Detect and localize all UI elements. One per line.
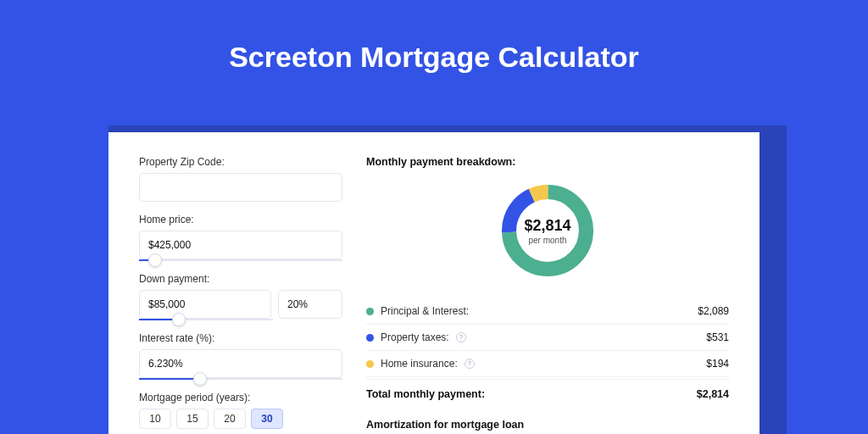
- legend-row-insurance: Home insurance: ? $194: [366, 351, 729, 377]
- legend-total-row: Total monthly payment: $2,814: [366, 379, 729, 403]
- zip-input[interactable]: [139, 173, 342, 202]
- bullet-icon: [366, 334, 374, 342]
- donut-center: $2,814 per month: [497, 180, 598, 281]
- down-payment-percent-input[interactable]: [278, 290, 342, 319]
- home-price-field: Home price:: [139, 214, 342, 261]
- slider-thumb[interactable]: [172, 313, 186, 326]
- zip-label: Property Zip Code:: [139, 156, 342, 168]
- period-option-20[interactable]: 20: [214, 409, 246, 429]
- total-value: $2,814: [697, 388, 729, 400]
- page-title: Screeton Mortgage Calculator: [0, 0, 868, 97]
- slider-thumb[interactable]: [148, 253, 162, 267]
- interest-rate-slider[interactable]: [139, 378, 342, 380]
- home-price-slider[interactable]: [139, 259, 342, 261]
- donut-chart: $2,814 per month: [497, 180, 598, 281]
- home-price-label: Home price:: [139, 214, 342, 225]
- mortgage-period-label: Mortgage period (years):: [139, 392, 342, 403]
- interest-rate-label: Interest rate (%):: [139, 332, 342, 344]
- legend-label: Home insurance:: [381, 358, 458, 370]
- amortization-title: Amortization for mortgage loan: [366, 419, 729, 431]
- interest-rate-input[interactable]: [139, 349, 342, 378]
- calculator-card: Property Zip Code: Home price: Down paym…: [108, 132, 760, 434]
- bullet-icon: [366, 360, 374, 368]
- down-payment-slider[interactable]: [139, 319, 273, 320]
- slider-fill: [139, 378, 200, 380]
- legend: Principal & Interest: $2,089 Property ta…: [366, 298, 729, 403]
- legend-label: Principal & Interest:: [381, 305, 469, 317]
- info-icon[interactable]: ?: [465, 359, 475, 369]
- bullet-icon: [366, 308, 374, 315]
- legend-value: $531: [706, 331, 729, 343]
- legend-value: $2,089: [698, 305, 729, 317]
- total-label: Total monthly payment:: [366, 388, 485, 400]
- period-option-10[interactable]: 10: [139, 409, 171, 429]
- period-options: 10 15 20 30: [139, 409, 342, 429]
- zip-field: Property Zip Code:: [139, 156, 342, 202]
- legend-row-taxes: Property taxes: ? $531: [366, 325, 729, 351]
- donut-amount: $2,814: [524, 217, 570, 235]
- interest-rate-field: Interest rate (%):: [139, 332, 342, 380]
- slider-thumb[interactable]: [193, 372, 207, 386]
- legend-value: $194: [706, 358, 729, 370]
- down-payment-label: Down payment:: [139, 273, 342, 285]
- legend-label: Property taxes:: [381, 331, 449, 343]
- donut-chart-wrap: $2,814 per month: [366, 175, 729, 293]
- down-payment-amount-input[interactable]: [139, 290, 271, 319]
- down-payment-field: Down payment:: [139, 273, 342, 320]
- form-column: Property Zip Code: Home price: Down paym…: [139, 156, 342, 434]
- legend-row-principal: Principal & Interest: $2,089: [366, 298, 729, 325]
- period-option-15[interactable]: 15: [176, 409, 209, 429]
- donut-sublabel: per month: [528, 236, 566, 245]
- mortgage-period-field: Mortgage period (years): 10 15 20 30: [139, 392, 342, 429]
- breakdown-title: Monthly payment breakdown:: [366, 156, 729, 168]
- info-icon[interactable]: ?: [456, 332, 466, 342]
- breakdown-column: Monthly payment breakdown: $2,814 per mo…: [366, 156, 729, 434]
- home-price-input[interactable]: [139, 231, 342, 259]
- period-option-30[interactable]: 30: [251, 409, 283, 429]
